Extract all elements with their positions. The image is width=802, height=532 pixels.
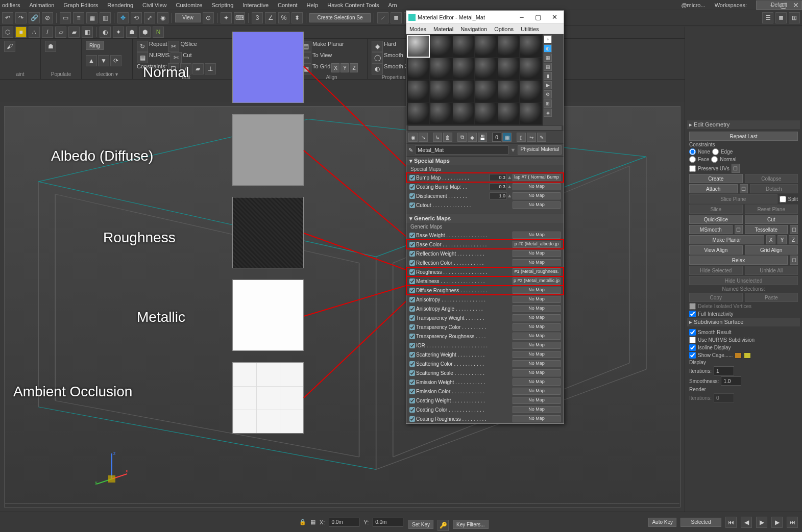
menu-item[interactable]: Havok Content Tools: [327, 2, 379, 8]
map-enable-checkbox[interactable]: [409, 260, 415, 266]
cut-button[interactable]: Cut: [745, 215, 798, 224]
constraint-face-icon[interactable]: ▰: [192, 63, 204, 74]
window-maximize-icon[interactable]: ▢: [780, 1, 787, 9]
unhide-all-button[interactable]: Unhide All: [745, 266, 798, 275]
constraint-normal-icon[interactable]: ⊥: [205, 63, 216, 74]
material-slot[interactable]: [452, 103, 474, 124]
use-nurms-checkbox[interactable]: [689, 337, 696, 343]
view-align-button[interactable]: View Align: [689, 245, 743, 255]
pick-material-icon[interactable]: ✎: [537, 133, 546, 142]
msmooth-settings[interactable]: ☐: [735, 225, 743, 234]
map-enable-checkbox[interactable]: [409, 251, 415, 257]
y-input[interactable]: [373, 518, 403, 527]
material-effect-icon[interactable]: 0: [492, 133, 501, 142]
mat-menu-item[interactable]: Navigation: [460, 26, 487, 32]
dropper-icon[interactable]: ✎: [408, 147, 413, 154]
map-slot-button[interactable]: No Map: [513, 192, 561, 199]
map-enable-checkbox[interactable]: [409, 278, 415, 284]
shrink-icon[interactable]: ▼: [98, 55, 109, 66]
map-slot-button[interactable]: No Map: [513, 378, 561, 386]
spinner-icon[interactable]: ⯅: [508, 194, 512, 198]
mat-menu-item[interactable]: Material: [433, 26, 453, 32]
map-slot-button[interactable]: No Map: [513, 388, 561, 395]
substance-icon[interactable]: ⬢: [139, 27, 151, 38]
show-cage-checkbox[interactable]: [689, 352, 696, 359]
show-end-icon[interactable]: ▯: [517, 133, 526, 142]
cage-color-1[interactable]: [735, 352, 742, 359]
create-button[interactable]: Create: [689, 174, 743, 183]
material-slot[interactable]: [520, 35, 542, 57]
map-slot-button[interactable]: lap #7 ( Normal Bump: [513, 174, 561, 181]
show-shaded-icon[interactable]: ▦: [502, 133, 512, 142]
qslice-icon[interactable]: ✂: [168, 41, 179, 52]
make-preview-icon[interactable]: ▶: [544, 81, 552, 89]
transform-gizmo[interactable]: z y x: [94, 451, 130, 487]
scatter-icon[interactable]: ✦: [113, 27, 124, 38]
get-material-icon[interactable]: ◉: [408, 133, 418, 142]
assign-material-icon[interactable]: ↳: [433, 133, 442, 142]
material-slot[interactable]: [452, 80, 474, 102]
map-slot-button[interactable]: No Map: [513, 232, 561, 239]
relax-settings[interactable]: ☐: [790, 256, 798, 265]
map-slot-button[interactable]: No Map: [513, 351, 561, 358]
map-enable-checkbox[interactable]: [409, 269, 415, 275]
material-slot[interactable]: [430, 80, 452, 102]
grid-icon[interactable]: ▦: [310, 519, 315, 525]
setkey-button[interactable]: Set Key: [408, 520, 433, 529]
map-enable-checkbox[interactable]: [409, 398, 415, 403]
map-enable-checkbox[interactable]: [409, 193, 415, 199]
material-slot[interactable]: [407, 80, 429, 102]
map-slot-button[interactable]: No Map: [513, 415, 561, 422]
material-slot[interactable]: [430, 35, 452, 57]
generic-maps-header[interactable]: ▾ Generic Maps: [406, 214, 564, 223]
map-slot-button[interactable]: No Map: [513, 342, 561, 349]
material-slot[interactable]: [520, 103, 542, 124]
material-type-button[interactable]: Physical Material: [518, 145, 562, 155]
move-icon[interactable]: ✥: [117, 12, 129, 23]
undo-icon[interactable]: ↶: [2, 12, 13, 23]
map-enable-checkbox[interactable]: [409, 202, 415, 208]
material-slot[interactable]: [407, 103, 429, 124]
menu-item[interactable]: Content: [278, 2, 298, 8]
preserve-uvs-settings[interactable]: ☐: [732, 164, 740, 173]
select-manipulate-icon[interactable]: ✦: [221, 12, 232, 23]
tessellate-settings[interactable]: ☐: [790, 225, 798, 234]
menu-item[interactable]: Rendering: [107, 2, 133, 8]
map-amount-input[interactable]: [490, 192, 507, 199]
slice-plane-button[interactable]: Slice Plane: [689, 194, 777, 204]
mat-maximize-icon[interactable]: ▢: [531, 12, 545, 22]
make-planar-button[interactable]: Make Planar: [689, 235, 764, 244]
key-mode-dropdown[interactable]: Selected: [681, 518, 721, 527]
map-slot-button[interactable]: p #2 (Metal_metallic.jp: [513, 277, 561, 285]
map-enable-checkbox[interactable]: [409, 242, 415, 247]
material-name-input[interactable]: [415, 145, 508, 155]
border-icon[interactable]: ▱: [55, 27, 66, 38]
scroll-track[interactable]: [408, 126, 562, 130]
material-slot[interactable]: [407, 35, 429, 57]
scale-icon[interactable]: ⤢: [144, 12, 155, 23]
menu-item[interactable]: Arn: [388, 2, 397, 8]
selection-set-dropdown[interactable]: Create Selection Se: [309, 13, 371, 22]
link-icon[interactable]: 🔗: [29, 12, 40, 23]
map-enable-checkbox[interactable]: [409, 315, 415, 321]
map-slot-button[interactable]: No Map: [513, 183, 561, 190]
selection-mode-icon[interactable]: ■: [15, 27, 27, 38]
map-slot-button[interactable]: No Map: [513, 323, 561, 331]
ref-coord-dropdown[interactable]: View: [175, 13, 201, 22]
map-enable-checkbox[interactable]: [409, 306, 415, 312]
rotate-icon[interactable]: ⟲: [131, 12, 142, 23]
autokey-button[interactable]: Auto Key: [648, 518, 676, 527]
lock-icon[interactable]: 🔒: [299, 519, 306, 525]
planar-z-button[interactable]: Z: [789, 235, 798, 244]
map-enable-checkbox[interactable]: [409, 407, 415, 413]
mat-menu-item[interactable]: Modes: [409, 26, 426, 32]
mirror-icon[interactable]: ⟋: [377, 12, 388, 23]
material-slot[interactable]: [497, 80, 519, 102]
material-slot[interactable]: [475, 103, 497, 124]
material-slot[interactable]: [497, 58, 519, 80]
menu-item[interactable]: Customize: [176, 2, 203, 8]
key-icon[interactable]: 🔑: [438, 520, 449, 531]
map-enable-checkbox[interactable]: [409, 361, 415, 367]
smooth30-icon[interactable]: ◐: [372, 63, 383, 74]
crease-explorer-icon[interactable]: ⊞: [789, 12, 800, 23]
